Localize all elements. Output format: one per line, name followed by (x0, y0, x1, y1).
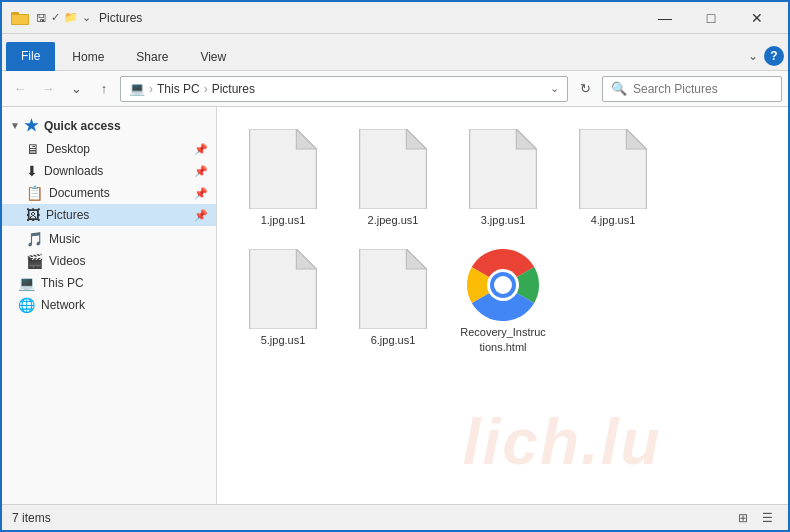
file-icon-4 (247, 249, 319, 329)
quick-access-header[interactable]: ▼ ★ Quick access (2, 113, 216, 138)
file-name-3: 4.jpg.us1 (591, 213, 636, 227)
this-pc-icon: 💻 (18, 275, 35, 291)
svg-marker-14 (406, 249, 426, 269)
refresh-button[interactable]: ↻ (572, 76, 598, 102)
file-icon-5 (357, 249, 429, 329)
file-item-4[interactable]: 5.jpg.us1 (233, 243, 333, 360)
path-pictures[interactable]: Pictures (212, 82, 255, 96)
file-icon-3 (577, 129, 649, 209)
sidebar-item-this-pc-label: This PC (41, 276, 84, 290)
sidebar-quick-access: ▼ ★ Quick access 🖥 Desktop 📌 ⬇ Downloads… (2, 113, 216, 226)
file-name-2: 3.jpg.us1 (481, 213, 526, 227)
title-bar: 🖫 ✓ 📁 ⌄ Pictures — □ ✕ (2, 2, 788, 34)
view-buttons: ⊞ ☰ (732, 508, 778, 528)
address-bar: ← → ⌄ ↑ 💻 › This PC › Pictures ⌄ ↻ 🔍 (2, 71, 788, 107)
music-icon: 🎵 (26, 231, 43, 247)
sidebar-item-desktop[interactable]: 🖥 Desktop 📌 (2, 138, 216, 160)
forward-button[interactable]: → (36, 77, 60, 101)
sidebar-item-desktop-label: Desktop (46, 142, 90, 156)
path-icon: 💻 (129, 81, 145, 96)
title-bar-icon (10, 8, 30, 28)
svg-rect-1 (11, 12, 19, 15)
watermark: lich.lu (463, 405, 662, 479)
up-button[interactable]: ↑ (92, 77, 116, 101)
file-area: lich.lu 1.jpg.us1 (217, 107, 788, 509)
sidebar-item-network-label: Network (41, 298, 85, 312)
sidebar-other: 🎵 Music 🎬 Videos 💻 This PC 🌐 Network (2, 228, 216, 316)
sidebar-item-this-pc[interactable]: 💻 This PC (2, 272, 216, 294)
tab-file[interactable]: File (6, 42, 55, 71)
sidebar-item-pictures[interactable]: 🖼 Pictures 📌 (2, 204, 216, 226)
documents-icon: 📋 (26, 185, 43, 201)
status-bar: 7 items ⊞ ☰ (2, 504, 788, 530)
item-count: 7 items (12, 511, 51, 525)
help-button[interactable]: ? (764, 46, 784, 66)
path-dropdown-icon[interactable]: ⌄ (550, 82, 559, 95)
search-icon: 🔍 (611, 81, 627, 96)
pictures-icon: 🖼 (26, 207, 40, 223)
file-name-1: 2.jpeg.us1 (368, 213, 419, 227)
svg-point-18 (494, 276, 512, 294)
title-bar-controls: — □ ✕ (642, 2, 780, 34)
quick-access-star-icon: ★ (24, 116, 38, 135)
search-box[interactable]: 🔍 (602, 76, 782, 102)
file-icon-2 (467, 129, 539, 209)
sidebar-item-music[interactable]: 🎵 Music (2, 228, 216, 250)
sidebar-item-videos-label: Videos (49, 254, 85, 268)
file-item-0[interactable]: 1.jpg.us1 (233, 123, 333, 233)
sidebar-item-documents[interactable]: 📋 Documents 📌 (2, 182, 216, 204)
svg-marker-4 (296, 129, 316, 149)
svg-rect-2 (12, 15, 28, 24)
file-item-2[interactable]: 3.jpg.us1 (453, 123, 553, 233)
title-bar-quicksave: 🖫 ✓ 📁 ⌄ (36, 11, 91, 24)
file-icon-0 (247, 129, 319, 209)
title-bar-title: Pictures (99, 11, 642, 25)
pin-icon-downloads: 📌 (194, 165, 208, 178)
svg-marker-6 (406, 129, 426, 149)
search-input[interactable] (633, 82, 783, 96)
sidebar-item-music-label: Music (49, 232, 80, 246)
downloads-icon: ⬇ (26, 163, 38, 179)
back-button[interactable]: ← (8, 77, 32, 101)
file-item-5[interactable]: 6.jpg.us1 (343, 243, 443, 360)
close-button[interactable]: ✕ (734, 2, 780, 34)
file-name-4: 5.jpg.us1 (261, 333, 306, 347)
svg-marker-8 (516, 129, 536, 149)
view-grid-button[interactable]: ⊞ (732, 508, 754, 528)
view-list-button[interactable]: ☰ (756, 508, 778, 528)
sidebar-item-network[interactable]: 🌐 Network (2, 294, 216, 316)
videos-icon: 🎬 (26, 253, 43, 269)
pin-icon-pictures: 📌 (194, 209, 208, 222)
ribbon-expand-icon[interactable]: ⌄ (748, 49, 758, 63)
file-item-1[interactable]: 2.jpeg.us1 (343, 123, 443, 233)
address-path[interactable]: 💻 › This PC › Pictures ⌄ (120, 76, 568, 102)
quick-access-label: Quick access (44, 119, 121, 133)
path-this-pc[interactable]: This PC (157, 82, 200, 96)
minimize-button[interactable]: — (642, 2, 688, 34)
sidebar-item-videos[interactable]: 🎬 Videos (2, 250, 216, 272)
pin-icon-documents: 📌 (194, 187, 208, 200)
file-name-0: 1.jpg.us1 (261, 213, 306, 227)
ribbon: File Home Share View ⌄ ? (2, 34, 788, 71)
tab-view[interactable]: View (185, 43, 241, 70)
tab-share[interactable]: Share (121, 43, 183, 70)
maximize-button[interactable]: □ (688, 2, 734, 34)
file-item-6[interactable]: Recovery_Instructions.html (453, 243, 553, 360)
network-icon: 🌐 (18, 297, 35, 313)
file-name-6: Recovery_Instructions.html (460, 325, 546, 354)
sidebar-item-documents-label: Documents (49, 186, 110, 200)
svg-marker-12 (296, 249, 316, 269)
tab-home[interactable]: Home (57, 43, 119, 70)
desktop-icon: 🖥 (26, 141, 40, 157)
sidebar-item-pictures-label: Pictures (46, 208, 89, 222)
svg-marker-10 (626, 129, 646, 149)
quick-access-chevron: ▼ (10, 120, 20, 131)
file-item-3[interactable]: 4.jpg.us1 (563, 123, 663, 233)
sidebar: ▼ ★ Quick access 🖥 Desktop 📌 ⬇ Downloads… (2, 107, 217, 509)
file-icon-1 (357, 129, 429, 209)
chrome-icon (467, 249, 539, 321)
ribbon-tabs: File Home Share View ⌄ ? (2, 34, 788, 70)
pin-icon: 📌 (194, 143, 208, 156)
sidebar-item-downloads[interactable]: ⬇ Downloads 📌 (2, 160, 216, 182)
recent-locations-button[interactable]: ⌄ (64, 77, 88, 101)
